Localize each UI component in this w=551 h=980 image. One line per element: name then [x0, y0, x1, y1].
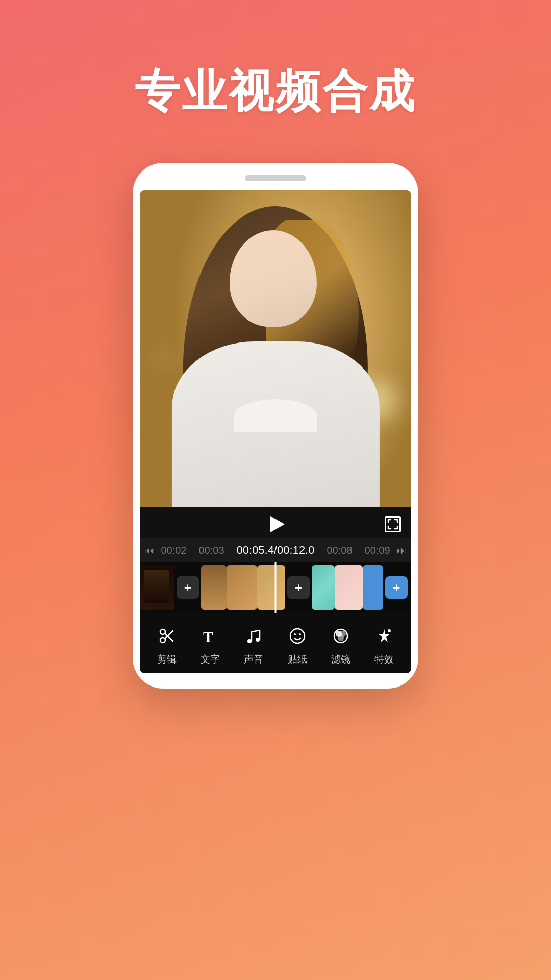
timeline-bar: ⏮ 00:02 00:03 00:05.4/00:12.0 00:08 00:0… [140, 538, 411, 562]
clip-add-button-2[interactable]: + [287, 576, 310, 599]
scissors-icon [154, 623, 180, 649]
phone-screen: ⏮ 00:02 00:03 00:05.4/00:12.0 00:08 00:0… [140, 190, 411, 673]
clip-item-4[interactable] [257, 565, 285, 610]
tool-text[interactable]: T 文字 [192, 623, 228, 666]
svg-point-6 [256, 638, 260, 642]
tool-effects[interactable]: 特效 [366, 623, 402, 666]
tool-filter[interactable]: 滤镜 [323, 623, 359, 666]
svg-point-7 [290, 629, 305, 643]
clip-add-button-1[interactable]: + [177, 576, 199, 599]
clothing-collar [234, 399, 317, 432]
effects-icon [371, 623, 397, 649]
tool-sticker[interactable]: 贴纸 [280, 623, 315, 666]
svg-text:T: T [203, 628, 213, 645]
svg-point-5 [247, 639, 252, 643]
tool-audio[interactable]: 声音 [236, 623, 271, 666]
video-preview [140, 190, 411, 507]
clip-item-6[interactable] [335, 565, 363, 610]
play-center [170, 516, 385, 532]
tool-text-label: 文字 [201, 653, 220, 666]
time-before-2: 00:03 [198, 545, 224, 556]
tool-effects-label: 特效 [374, 653, 394, 666]
clip-item-2[interactable] [201, 565, 227, 610]
app-background: 专业视频合成 [0, 0, 551, 980]
tool-sticker-label: 贴纸 [288, 653, 307, 666]
svg-point-13 [338, 635, 344, 641]
tool-cut[interactable]: 剪辑 [149, 623, 185, 666]
time-after-2: 00:09 [365, 545, 390, 556]
timeline-current-time: 00:05.4/00:12.0 [237, 544, 315, 557]
music-icon [241, 623, 266, 649]
bottom-toolbar: 剪辑 T 文字 [140, 613, 411, 673]
timeline-start-icon: ⏮ [144, 545, 155, 556]
controls-bar [140, 507, 411, 538]
time-before-1: 00:02 [161, 545, 186, 556]
headline-text: 专业视频合成 [135, 61, 416, 122]
clip-item-7[interactable] [363, 565, 383, 610]
tool-cut-label: 剪辑 [157, 653, 177, 666]
fullscreen-button[interactable] [385, 516, 401, 532]
svg-point-9 [299, 633, 301, 635]
phone-mockup: ⏮ 00:02 00:03 00:05.4/00:12.0 00:08 00:0… [133, 163, 418, 689]
text-icon: T [197, 623, 223, 649]
clip-strip[interactable]: + + [140, 562, 411, 613]
clip-item-1[interactable] [140, 565, 174, 610]
portrait-clothing [172, 341, 380, 507]
play-button[interactable] [270, 516, 285, 532]
svg-point-15 [388, 629, 391, 632]
playhead-indicator [275, 562, 277, 613]
time-after-1: 00:08 [327, 545, 352, 556]
svg-point-8 [294, 633, 296, 635]
clip-item-3[interactable] [227, 565, 257, 610]
tool-audio-label: 声音 [244, 653, 263, 666]
filter-icon [328, 623, 354, 649]
clip-item-5[interactable] [312, 565, 335, 610]
sticker-icon [285, 623, 310, 649]
tool-filter-label: 滤镜 [331, 653, 350, 666]
clip-add-button-3[interactable]: + [385, 576, 408, 599]
timeline-end-icon: ⏭ [396, 545, 407, 556]
phone-speaker [245, 175, 306, 181]
portrait-figure [160, 206, 391, 507]
